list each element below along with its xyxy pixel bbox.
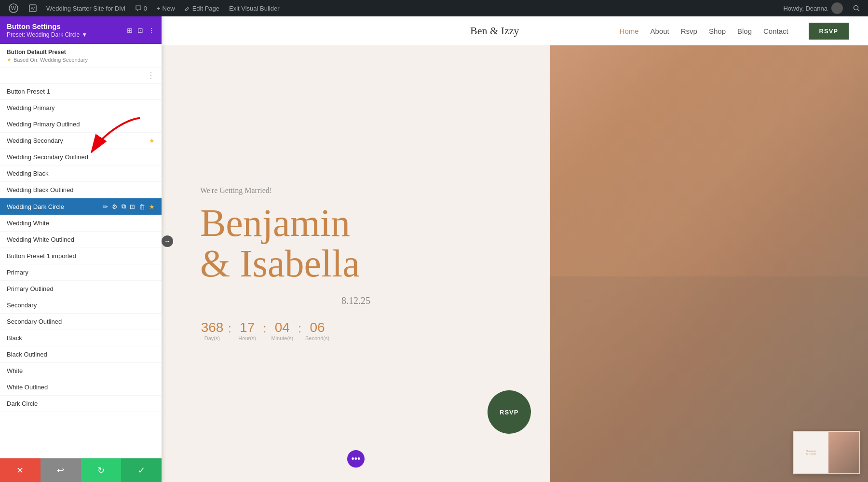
- panel-title-area: Button Settings Preset: Wedding Dark Cir…: [7, 22, 87, 38]
- exit-builder-link[interactable]: Exit Visual Builder: [225, 0, 284, 16]
- hero-names: Benjamin & Isabella: [200, 203, 512, 284]
- list-item[interactable]: Black: [0, 330, 162, 346]
- svg-point-4: [854, 6, 858, 10]
- panel-more-icon[interactable]: ⋮: [148, 27, 155, 34]
- delete-icon[interactable]: 🗑: [139, 203, 145, 210]
- list-item[interactable]: Wedding Primary: [0, 100, 162, 116]
- duplicate-icon[interactable]: ⧉: [122, 203, 126, 210]
- list-item[interactable]: White: [0, 363, 162, 379]
- list-header-dots[interactable]: ⋮: [147, 71, 155, 80]
- list-item[interactable]: Wedding Secondary ★: [0, 133, 162, 149]
- list-item[interactable]: Wedding White: [0, 215, 162, 232]
- list-item[interactable]: White Outlined: [0, 379, 162, 396]
- rsvp-circle-button[interactable]: RSVP: [488, 390, 531, 434]
- hero-tagline: We're Getting Married!: [200, 186, 512, 195]
- site-icon[interactable]: W: [25, 0, 41, 16]
- countdown: 368 Day(s) : 17 Hour(s) : 04 Minute(s) :…: [200, 320, 512, 341]
- search-icon[interactable]: [849, 4, 864, 12]
- star-icon: ★: [7, 56, 12, 63]
- panel-list-area: ⋮ Button Preset 1 Wedding Primary Weddin…: [0, 68, 162, 458]
- panel-layout-icon[interactable]: ⊞: [127, 27, 133, 34]
- countdown-minutes: 04 Minute(s): [270, 320, 294, 341]
- bottom-bar: ✕ ↩ ↻ ✓: [0, 458, 162, 482]
- default-preset-title: Button Default Preset: [7, 49, 155, 55]
- list-item[interactable]: Primary Outlined: [0, 281, 162, 297]
- svg-text:W: W: [31, 6, 35, 11]
- panel-subtitle[interactable]: Preset: Wedding Dark Circle ▼: [7, 31, 87, 38]
- default-preset-section: Button Default Preset ★ Based On: Weddin…: [0, 44, 162, 68]
- list-item[interactable]: Dark Circle: [0, 396, 162, 412]
- nav-rsvp-button[interactable]: RSVP: [809, 23, 849, 40]
- resize-handle[interactable]: ↔: [162, 235, 173, 247]
- countdown-seconds: 06 Second(s): [305, 320, 329, 341]
- list-item[interactable]: Wedding Secondary Outlined: [0, 149, 162, 165]
- panel-title: Button Settings: [7, 22, 87, 30]
- wp-logo[interactable]: W: [4, 0, 23, 16]
- edit-icon[interactable]: ✏: [103, 203, 108, 210]
- star-icon[interactable]: ★: [149, 203, 155, 210]
- settings-icon[interactable]: ⚙: [112, 203, 118, 210]
- list-item[interactable]: Secondary: [0, 297, 162, 314]
- countdown-sep-1: :: [228, 320, 231, 335]
- panel-header: Button Settings Preset: Wedding Dark Cir…: [0, 16, 162, 44]
- nav-link-shop[interactable]: Shop: [709, 27, 726, 35]
- save-button[interactable]: ✓: [121, 458, 162, 482]
- nav-link-rsvp[interactable]: Rsvp: [681, 27, 697, 35]
- panel-list-header: ⋮: [0, 68, 162, 83]
- panel-header-icons: ⊞ ⊡ ⋮: [127, 27, 155, 34]
- hero-section: We're Getting Married! Benjamin & Isabel…: [162, 45, 868, 482]
- list-item[interactable]: Secondary Outlined: [0, 314, 162, 330]
- nav-link-contact[interactable]: Contact: [763, 27, 788, 35]
- list-item[interactable]: Primary: [0, 264, 162, 281]
- list-item[interactable]: Wedding Dark Circle ✏ ⚙ ⧉ ⊡ 🗑 ★: [0, 198, 162, 215]
- admin-bar-right: Howdy, Deanna: [779, 0, 864, 16]
- edit-page-link[interactable]: Edit Page: [181, 0, 223, 16]
- list-item[interactable]: Wedding Black Outlined: [0, 182, 162, 198]
- avatar: [831, 2, 843, 14]
- list-item[interactable]: Wedding Black: [0, 165, 162, 182]
- admin-bar: W W Wedding Starter Site for Divi 0 + Ne…: [0, 0, 868, 16]
- star-icon[interactable]: ★: [149, 137, 155, 144]
- svg-line-5: [858, 10, 860, 12]
- undo-button[interactable]: ↩: [41, 458, 81, 482]
- countdown-sep-3: :: [298, 320, 301, 335]
- greeting[interactable]: Howdy, Deanna: [779, 0, 847, 16]
- nav-link-about[interactable]: About: [651, 27, 669, 35]
- dots-button[interactable]: •••: [347, 450, 365, 468]
- list-item[interactable]: Button Preset 1: [0, 83, 162, 100]
- copy-icon[interactable]: ⊡: [130, 203, 135, 210]
- list-item[interactable]: Wedding Primary Outlined: [0, 116, 162, 133]
- site-preview-thumbnail: Benjamin& Isabella: [793, 431, 860, 474]
- site-nav: Ben & Izzy HomeAboutRsvpShopBlogContact …: [162, 16, 868, 45]
- hero-date: 8.12.25: [200, 295, 512, 306]
- site-brand: Ben & Izzy: [390, 25, 599, 37]
- button-settings-panel: Button Settings Preset: Wedding Dark Cir…: [0, 16, 162, 482]
- comments-link[interactable]: 0: [131, 0, 151, 16]
- site-preview-inner: Benjamin& Isabella: [794, 432, 859, 473]
- site-name[interactable]: Wedding Starter Site for Divi: [42, 0, 129, 16]
- list-item[interactable]: Button Preset 1 imported: [0, 248, 162, 264]
- preset-list: Button Preset 1 Wedding Primary Wedding …: [0, 83, 162, 458]
- panel-grid-icon[interactable]: ⊡: [137, 27, 143, 34]
- default-preset-based: ★ Based On: Wedding Secondary: [7, 56, 155, 63]
- nav-links: HomeAboutRsvpShopBlogContact: [599, 27, 809, 35]
- hero-right: Benjamin& Isabella: [550, 45, 868, 482]
- nav-link-blog[interactable]: Blog: [737, 27, 752, 35]
- list-item[interactable]: Wedding White Outlined: [0, 232, 162, 248]
- hero-photo: [550, 45, 868, 482]
- countdown-hours: 17 Hour(s): [235, 320, 259, 341]
- redo-button[interactable]: ↻: [81, 458, 122, 482]
- svg-text:W: W: [11, 5, 16, 11]
- list-item[interactable]: Black Outlined: [0, 346, 162, 363]
- nav-link-home[interactable]: Home: [620, 27, 639, 35]
- countdown-days: 368 Day(s): [200, 320, 224, 341]
- discard-button[interactable]: ✕: [0, 458, 41, 482]
- countdown-sep-2: :: [263, 320, 267, 335]
- hero-left: We're Getting Married! Benjamin & Isabel…: [162, 45, 550, 482]
- site-content: Ben & Izzy HomeAboutRsvpShopBlogContact …: [162, 16, 868, 482]
- new-link[interactable]: + New: [153, 0, 179, 16]
